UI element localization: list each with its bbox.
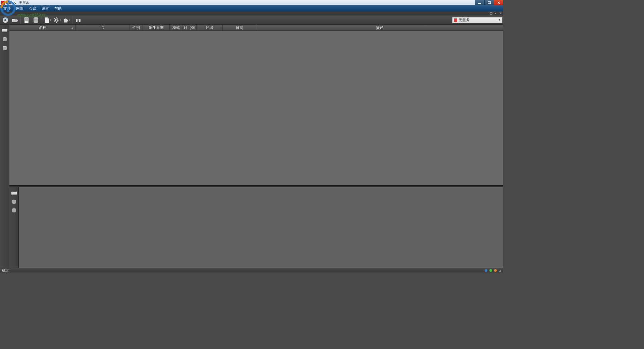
col-date[interactable]: 日期 — [223, 25, 256, 31]
menu-network[interactable]: 网络 — [13, 6, 26, 11]
stack-icon — [2, 37, 7, 42]
svg-rect-26 — [2, 31, 7, 32]
puzzle-icon — [63, 17, 68, 23]
col-gender-label: 性别 — [132, 25, 140, 30]
svg-point-13 — [55, 19, 57, 21]
close-button[interactable] — [494, 0, 503, 5]
status-indicator-blue-icon — [485, 269, 487, 272]
series-preview-area[interactable] — [19, 187, 503, 268]
disc-icon — [2, 17, 9, 23]
content-split: 名称 ▲ ID 性别 出生日期 模式 计（张 区域 日期 描述 — [9, 25, 503, 268]
status-indicator-orange-icon — [494, 269, 497, 272]
toolbar: 无服务 — [0, 15, 503, 25]
col-birth-label: 出生日期 — [149, 25, 164, 30]
workspace: 名称 ▲ ID 性别 出生日期 模式 计（张 区域 日期 描述 — [0, 25, 503, 268]
window-controls — [475, 0, 503, 5]
database-icon — [33, 17, 39, 23]
col-date-label: 日期 — [236, 25, 243, 30]
col-count-label: 计（张 — [184, 25, 195, 30]
service-combobox[interactable]: 无服务 — [452, 17, 502, 23]
col-gender[interactable]: 性别 — [129, 25, 143, 31]
minimize-icon — [478, 1, 481, 4]
svg-rect-22 — [76, 19, 77, 22]
panel-substrip: ▾ ✕ — [0, 11, 503, 15]
status-indicator-green-icon — [489, 269, 492, 272]
menu-file[interactable]: 文件 — [1, 6, 13, 11]
menu-settings[interactable]: 设置 — [39, 6, 52, 11]
close-icon — [497, 1, 500, 4]
app-icon — [1, 1, 5, 5]
maximize-button[interactable] — [484, 0, 494, 5]
col-desc[interactable]: 描述 — [256, 25, 503, 31]
col-desc-label: 描述 — [376, 25, 383, 30]
svg-rect-0 — [478, 3, 481, 4]
menu-meeting[interactable]: 会议 — [26, 6, 39, 11]
svg-rect-1 — [488, 2, 491, 4]
bottom-panel — [9, 187, 503, 268]
restore-icon — [490, 12, 492, 15]
left-sidebar — [0, 25, 9, 268]
window-title: Mango - 主屏幕 — [6, 0, 29, 5]
svg-rect-23 — [79, 19, 80, 22]
col-region-label: 区域 — [206, 25, 213, 30]
page-icon — [44, 17, 50, 23]
database-button[interactable] — [32, 16, 40, 24]
sort-indicator-icon: ▲ — [71, 27, 73, 29]
document-button[interactable] — [22, 16, 31, 24]
svg-rect-10 — [25, 20, 28, 21]
new-page-dropdown[interactable] — [43, 16, 52, 24]
svg-line-21 — [54, 21, 55, 22]
settings-dropdown[interactable] — [53, 16, 61, 24]
gear-icon — [53, 17, 59, 23]
open-folder-button[interactable] — [10, 16, 19, 24]
svg-rect-24 — [77, 19, 79, 20]
stack-icon — [11, 199, 17, 204]
plugin-dropdown[interactable] — [62, 16, 71, 24]
toolbar-separator — [42, 16, 42, 24]
col-id-label: ID — [101, 26, 104, 30]
col-mode[interactable]: 模式 — [170, 25, 182, 31]
svg-rect-8 — [25, 18, 28, 19]
search-button[interactable] — [74, 16, 83, 24]
drive-icon — [11, 191, 17, 195]
toolbar-separator — [20, 16, 21, 24]
maximize-icon — [488, 1, 491, 4]
panel-close-button[interactable]: ✕ — [498, 12, 502, 15]
disc-button[interactable] — [1, 16, 10, 24]
col-region[interactable]: 区域 — [197, 25, 223, 31]
col-count[interactable]: 计（张 — [182, 25, 197, 31]
col-birth[interactable]: 出生日期 — [143, 25, 170, 31]
col-name[interactable]: 名称 ▲ — [9, 25, 76, 31]
col-name-label: 名称 — [39, 25, 46, 30]
minimize-button[interactable] — [475, 0, 484, 5]
studies-table-body[interactable] — [9, 31, 503, 185]
binoculars-icon — [75, 17, 81, 23]
studies-table-header: 名称 ▲ ID 性别 出生日期 模式 计（张 区域 日期 描述 — [9, 25, 503, 31]
bottom-source-db1[interactable] — [10, 198, 18, 205]
stack-icon — [11, 208, 17, 213]
panel-restore-button[interactable] — [489, 12, 493, 15]
menu-help[interactable]: 帮助 — [52, 6, 64, 11]
resize-grip-icon[interactable]: ◢ — [499, 269, 501, 272]
side-source-db1[interactable] — [1, 36, 8, 43]
folder-open-icon — [11, 17, 18, 23]
statusbar: 确定 ◢ — [0, 268, 503, 272]
toolbar-separator — [72, 16, 72, 24]
bottom-source-db2[interactable] — [10, 207, 18, 214]
document-icon — [23, 17, 30, 23]
menubar: 文件 网络 会议 设置 帮助 — [0, 5, 503, 11]
panel-minimize-button[interactable]: ▾ — [494, 12, 498, 15]
stack-icon — [2, 46, 7, 50]
bottom-source-local[interactable] — [10, 190, 18, 196]
side-source-local[interactable] — [1, 27, 8, 34]
side-source-db2[interactable] — [1, 45, 8, 51]
service-label: 无服务 — [459, 17, 470, 22]
col-id[interactable]: ID — [76, 25, 129, 31]
svg-line-19 — [57, 21, 58, 22]
svg-rect-7 — [24, 17, 29, 23]
svg-point-6 — [4, 19, 6, 21]
svg-line-18 — [54, 18, 55, 19]
status-text: 确定 — [2, 268, 9, 273]
drive-icon — [2, 28, 8, 33]
bottom-sidebar — [9, 187, 19, 268]
